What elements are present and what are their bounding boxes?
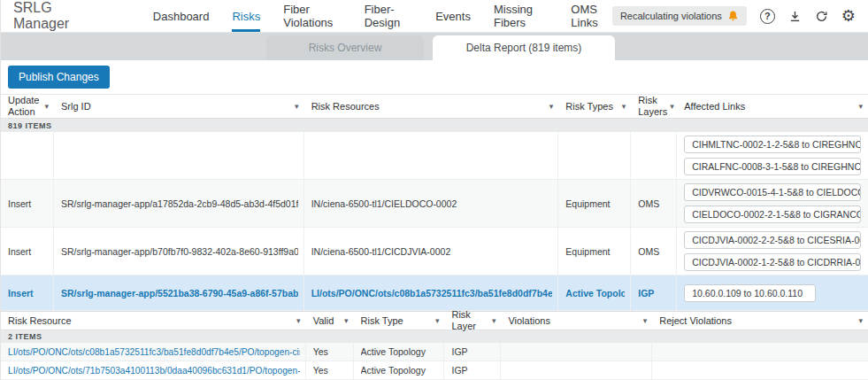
risk-layer-cell: IGP	[451, 346, 495, 357]
affected-link-chip[interactable]: CICDJVIA-0002-1-2-5&8 to CICDRRIA-0003..…	[684, 253, 861, 271]
risk-layers-cell: IGP	[638, 288, 671, 299]
top-actions: Recalculating violations ? ⚙	[612, 0, 868, 32]
column-header-risk-layer[interactable]: Risk Layer▾	[444, 312, 501, 330]
affected-links-cell: CIDVRWCO-0015-4-1-5&8 to CIELDOCO-00... …	[684, 183, 863, 223]
risk-resource-detail-table: Risk Resource▾ Valid▾ Risk Type▾ Risk La…	[1, 311, 868, 380]
column-header-reject-violations[interactable]: Reject Violations▾	[652, 312, 868, 330]
column-menu-caret-icon[interactable]: ▾	[858, 102, 863, 111]
nav-item-missing-fibers[interactable]: Missing Fibers	[494, 0, 548, 32]
risk-layers-cell: OMS	[638, 198, 671, 209]
recalculating-violations-badge: Recalculating violations	[612, 6, 747, 26]
column-header-update-action[interactable]: Update Action▾	[1, 95, 54, 118]
recalculating-violations-label: Recalculating violations	[620, 11, 722, 21]
delta-toolbar: Publish Changes	[1, 60, 868, 94]
column-header-risk-types[interactable]: Risk Types▾	[558, 95, 631, 118]
table-row[interactable]: Insert SR/srlg-manager-app/a17852da-2cb9…	[1, 180, 868, 228]
top-bar: SRLG Manager Dashboard Risks Fiber Viola…	[1, 0, 868, 33]
nav-item-risks[interactable]: Risks	[232, 0, 260, 32]
risk-resources-cell: LI/ots/PO/ONC/ots/c08b1a5732511fc3/ba51f…	[311, 288, 553, 299]
main-nav: Dashboard Risks Fiber Violations Fiber-D…	[153, 0, 612, 32]
affected-link-chip[interactable]: CICDJVIA-0002-2-2-5&8 to CICESRIA-0005..…	[684, 231, 861, 249]
table-row[interactable]: LI/ots/PO/ONC/ots/c08b1a5732511fc3/ba51f…	[1, 343, 868, 361]
affected-link-chip[interactable]: CIRALFNC-0008-3-1-5&8 to CIREGHNC-00...	[684, 158, 861, 175]
risk-types-cell: Equipment	[565, 198, 625, 209]
column-menu-caret-icon[interactable]: ▾	[549, 102, 554, 111]
risk-type-cell: Active Topology	[361, 346, 439, 357]
column-menu-caret-icon[interactable]: ▾	[44, 102, 49, 111]
update-action-cell: Insert	[8, 288, 48, 299]
column-menu-caret-icon[interactable]: ▾	[622, 102, 626, 111]
report-tabs: Risks Overview Delta Report (819 items)	[1, 33, 868, 60]
risk-type-cell: Active Topology	[361, 365, 439, 376]
delta-table-header: Update Action▾ Srlg ID▾ Risk Resources▾ …	[1, 94, 868, 119]
table-row[interactable]: CIHMLTNC-0002-1-2-5&8 to CIREGHNC-00... …	[1, 132, 868, 180]
valid-cell: Yes	[313, 365, 348, 376]
risk-resource-link[interactable]: LI/ots/PO/ONC/ots/71b7503a4100113b/0daa4…	[8, 366, 300, 376]
column-header-risk-type[interactable]: Risk Type▾	[354, 312, 445, 330]
tab-delta-report[interactable]: Delta Report (819 items)	[433, 35, 615, 60]
gear-icon[interactable]: ⚙	[841, 8, 856, 24]
column-header-risk-resources[interactable]: Risk Resources▾	[304, 95, 559, 118]
column-menu-caret-icon[interactable]: ▾	[643, 316, 648, 325]
column-menu-caret-icon[interactable]: ▾	[670, 102, 674, 111]
affected-link-chip[interactable]: CIELDOCO-0002-2-1-5&8 to CIGRANCO-00...	[684, 206, 861, 223]
affected-link-chip[interactable]: 10.60.0.109 to 10.60.0.110	[684, 284, 816, 302]
affected-link-chip[interactable]: CIHMLTNC-0002-1-2-5&8 to CIREGHNC-00...	[684, 136, 861, 153]
column-header-violations[interactable]: Violations▾	[501, 312, 652, 330]
update-action-cell: Insert	[8, 246, 48, 257]
publish-changes-button[interactable]: Publish Changes	[8, 66, 110, 89]
column-menu-caret-icon[interactable]: ▾	[492, 316, 496, 325]
nav-item-fiber-design[interactable]: Fiber-Design	[365, 0, 413, 32]
tab-risks-overview[interactable]: Risks Overview	[266, 35, 424, 60]
delta-group-count: 819 ITEMS	[1, 119, 868, 132]
table-row-selected[interactable]: Insert SR/srlg-manager-app/5521ba38-6790…	[1, 275, 868, 311]
table-row[interactable]: Insert SR/srlg-manager-app/b70fb7f0-9832…	[1, 228, 868, 275]
srlg-id-cell: SR/srlg-manager-app/a17852da-2cb9-48d5-a…	[61, 198, 298, 209]
srlg-id-cell: SR/srlg-manager-app/5521ba38-6790-45a9-a…	[61, 288, 298, 299]
column-menu-caret-icon[interactable]: ▾	[296, 316, 301, 325]
affected-links-cell: 10.60.0.109 to 10.60.0.110	[684, 284, 863, 302]
app-title: SRLG Manager	[1, 0, 111, 32]
column-menu-caret-icon[interactable]: ▾	[344, 316, 349, 325]
detail-table-header: Risk Resource▾ Valid▾ Risk Type▾ Risk La…	[1, 311, 868, 330]
detail-group-count: 2 ITEMS	[1, 330, 868, 343]
column-header-affected-links[interactable]: Affected Links▾	[677, 95, 868, 118]
help-icon[interactable]: ?	[760, 9, 775, 24]
nav-item-oms-links[interactable]: OMS Links	[571, 0, 612, 32]
download-icon[interactable]	[788, 10, 802, 23]
affected-link-chip[interactable]: CIDVRWCO-0015-4-1-5&8 to CIELDOCO-00...	[684, 183, 861, 201]
risk-types-cell: Active Topology	[565, 288, 625, 299]
risk-layer-cell: IGP	[451, 365, 495, 376]
column-header-valid[interactable]: Valid▾	[306, 312, 354, 330]
delta-report-table: Update Action▾ Srlg ID▾ Risk Resources▾ …	[1, 94, 868, 311]
nav-item-events[interactable]: Events	[435, 0, 471, 32]
column-header-risk-layers[interactable]: Risk Layers▾	[631, 95, 677, 118]
risk-resources-cell: IN/ciena-6500-tl1/CICDJVIA-0002	[311, 246, 553, 257]
nav-item-fiber-violations[interactable]: Fiber Violations	[283, 0, 341, 32]
risk-layers-cell: OMS	[638, 246, 671, 257]
column-menu-caret-icon[interactable]: ▾	[295, 102, 299, 111]
affected-links-cell: CICDJVIA-0002-2-2-5&8 to CICESRIA-0005..…	[684, 231, 863, 271]
bell-icon	[727, 10, 739, 22]
nav-item-dashboard[interactable]: Dashboard	[153, 0, 210, 32]
risk-resource-link[interactable]: LI/ots/PO/ONC/ots/c08b1a5732511fc3/ba51f…	[8, 347, 300, 357]
column-menu-caret-icon[interactable]: ▾	[858, 316, 863, 325]
srlg-id-cell: SR/srlg-manager-app/b70fb7f0-9832-402a-8…	[61, 246, 298, 257]
app-window: SRLG Manager Dashboard Risks Fiber Viola…	[0, 0, 868, 380]
valid-cell: Yes	[313, 346, 348, 357]
column-header-risk-resource[interactable]: Risk Resource▾	[1, 312, 306, 330]
table-row[interactable]: LI/ots/PO/ONC/ots/71b7503a4100113b/0daa4…	[1, 361, 868, 380]
column-header-srlg-id[interactable]: Srlg ID▾	[54, 95, 304, 118]
affected-links-cell: CIHMLTNC-0002-1-2-5&8 to CIREGHNC-00... …	[684, 136, 863, 175]
update-action-cell: Insert	[8, 198, 48, 209]
risk-types-cell: Equipment	[565, 246, 625, 257]
risk-resources-cell: IN/ciena-6500-tl1/CIELDOCO-0002	[311, 198, 553, 209]
refresh-icon[interactable]	[815, 10, 828, 23]
column-menu-caret-icon[interactable]: ▾	[435, 316, 440, 325]
